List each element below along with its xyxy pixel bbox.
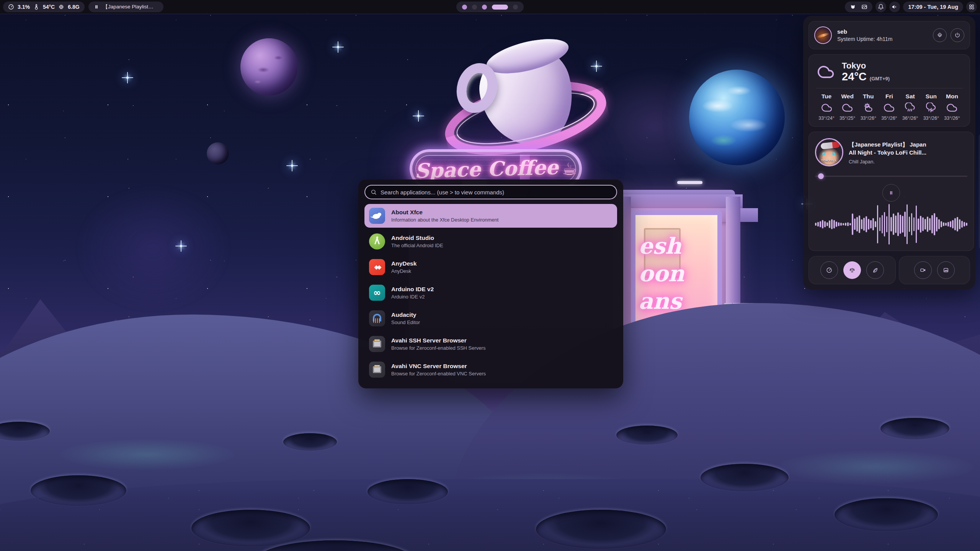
sign-mount xyxy=(677,181,702,184)
notifications-button[interactable] xyxy=(875,2,886,12)
waveform-bar xyxy=(918,218,919,230)
waveform-bar xyxy=(829,220,830,228)
forecast-temps: 35°/26° xyxy=(881,116,897,121)
waveform-bar xyxy=(959,219,960,230)
waveform-bar xyxy=(924,219,926,230)
workspace-indicator-wrap xyxy=(456,2,524,12)
temperature-icon xyxy=(33,4,39,10)
moon-crater xyxy=(536,510,666,549)
seek-knob[interactable] xyxy=(818,173,824,179)
performance-profile-button[interactable] xyxy=(820,261,838,279)
scales-icon xyxy=(849,267,855,273)
waveform-bar xyxy=(820,221,821,228)
forecast-temps: 33°/26° xyxy=(923,116,939,121)
screenshot-button[interactable] xyxy=(937,261,955,279)
waveform-bar xyxy=(861,219,862,229)
neon-coffee-cup-icon: ☕ xyxy=(562,159,577,179)
moon-crater xyxy=(191,510,310,546)
search-input[interactable] xyxy=(381,189,611,196)
search-icon xyxy=(371,189,377,195)
app-list-item[interactable]: Audacity Sound Editor xyxy=(364,306,617,330)
waveform-bar xyxy=(817,222,819,227)
app-description: The official Android IDE xyxy=(391,243,443,248)
forecast-temps: 33°/26° xyxy=(944,116,960,121)
topbar-left: 3.1% 54°C 6.8G 【Japanese Playlist】 J... xyxy=(3,2,163,12)
workspace-dot[interactable] xyxy=(462,5,467,10)
workspace-dot[interactable] xyxy=(513,5,518,10)
forecast-day: Fri 35°/26° xyxy=(879,93,899,121)
search-bar[interactable] xyxy=(364,185,617,199)
app-icon xyxy=(369,233,385,249)
cat-icon[interactable] xyxy=(850,4,856,10)
waveform-bar xyxy=(929,218,931,230)
seek-track xyxy=(815,176,967,177)
wallpaper-icon[interactable] xyxy=(861,4,867,10)
balanced-profile-button[interactable] xyxy=(843,261,861,279)
workspace-indicator[interactable] xyxy=(456,2,524,12)
tray-pill[interactable] xyxy=(845,2,872,12)
settings-button[interactable] xyxy=(933,28,947,42)
forecast-day-name: Thu xyxy=(863,93,874,100)
clock[interactable]: 17:09 - Tue, 19 Aug xyxy=(903,2,963,12)
cpu-usage: 3.1% xyxy=(18,4,30,10)
screen-record-button[interactable] xyxy=(914,261,932,279)
waveform-bar xyxy=(911,213,913,235)
waveform-bar xyxy=(941,221,942,228)
waveform-bar xyxy=(927,217,928,232)
waveform-bar xyxy=(938,219,940,229)
app-list-item[interactable]: Android Studio The official Android IDE xyxy=(364,230,617,253)
purple-planet xyxy=(240,38,298,96)
forecast-day: Thu 33°/26° xyxy=(858,93,878,121)
app-list-item[interactable]: ∞ Arduino IDE v2 Arduino IDE v2 xyxy=(364,281,617,305)
workspace-dot[interactable] xyxy=(482,5,487,10)
pause-icon xyxy=(888,190,894,196)
album-art[interactable]: TOKYO L xyxy=(815,138,843,166)
media-player-card: TOKYO L 【Japanese Playlist】 Japan All Ni… xyxy=(808,132,974,251)
weather-cloud-icon xyxy=(816,64,836,80)
app-list-item[interactable]: Avahi SSH Server Browser Browse for Zero… xyxy=(364,332,617,356)
divider xyxy=(816,88,963,88)
powersaver-profile-button[interactable] xyxy=(866,261,884,279)
workspace-dot[interactable] xyxy=(472,5,477,10)
moon-crater xyxy=(701,464,789,491)
top-bar: 3.1% 54°C 6.8G 【Japanese Playlist】 J... … xyxy=(0,0,980,14)
app-list-item[interactable]: ◆◆ AnyDesk AnyDesk xyxy=(364,255,617,279)
app-description: Arduino IDE v2 xyxy=(391,294,434,300)
neon-line: esh xyxy=(639,234,717,259)
volume-button[interactable] xyxy=(889,2,900,12)
forecast-temps: 36°/26° xyxy=(902,116,918,121)
waveform-bar xyxy=(909,217,910,232)
app-name: Avahi SSH Server Browser xyxy=(391,337,485,344)
forecast-day-name: Wed xyxy=(841,93,853,100)
waveform-bar xyxy=(913,217,915,231)
waveform-bar xyxy=(877,205,878,244)
workspace-dot[interactable] xyxy=(492,5,508,10)
app-icon xyxy=(369,208,385,224)
capture-card xyxy=(899,256,970,284)
avatar[interactable] xyxy=(814,26,832,44)
waveform-bar xyxy=(840,223,842,225)
seek-bar[interactable] xyxy=(815,173,967,179)
small-moon xyxy=(207,142,229,165)
forecast-day-name: Mon xyxy=(946,93,958,100)
widgets-button[interactable] xyxy=(966,2,977,12)
user-card: seb System Uptime: 4h11m xyxy=(808,21,970,49)
play-pause-button[interactable] xyxy=(882,184,900,202)
forecast-temps: 35°/25° xyxy=(840,116,855,121)
forecast-day: Tue 33°/24° xyxy=(817,93,836,121)
waveform-bar xyxy=(947,222,949,227)
waveform-bar xyxy=(866,216,867,232)
app-list-item[interactable]: About Xfce Information about the Xfce De… xyxy=(364,204,617,228)
system-stats-pill[interactable]: 3.1% 54°C 6.8G xyxy=(3,2,85,12)
forecast-weather-icon xyxy=(842,103,853,113)
waveform-bar xyxy=(906,204,908,244)
waveform-bar xyxy=(922,217,924,231)
waveform-bar xyxy=(952,220,954,228)
power-button[interactable] xyxy=(951,28,964,42)
volume-icon xyxy=(892,4,898,10)
app-list-item[interactable]: Avahi VNC Server Browser Browse for Zero… xyxy=(364,358,617,381)
media-player-pill[interactable]: 【Japanese Playlist】 J... xyxy=(88,2,163,12)
waveform-bar xyxy=(831,219,833,229)
app-icon: ◆◆ xyxy=(369,259,385,275)
waveform-bar xyxy=(849,223,851,225)
